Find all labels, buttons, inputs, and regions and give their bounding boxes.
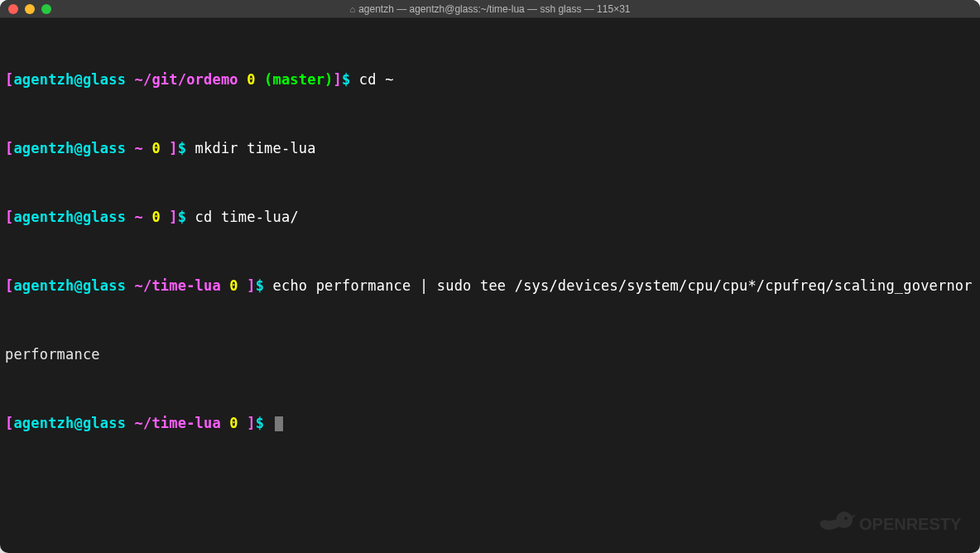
prompt-userhost: agentzh@glass — [13, 277, 126, 294]
svg-point-1 — [844, 517, 848, 520]
prompt-dollar: $ — [256, 277, 264, 294]
prompt-bracket-close: ] — [169, 140, 177, 156]
home-icon: ⌂ — [349, 4, 355, 14]
cursor-icon — [275, 416, 283, 431]
prompt-exit-code: 0 — [247, 71, 255, 88]
prompt-exit-code: 0 — [229, 277, 238, 294]
prompt-userhost: agentzh@glass — [13, 415, 126, 431]
terminal-line: [agentzh@glass ~ 0 ]$ mkdir time-lua — [5, 140, 975, 157]
command-text: cd ~ — [359, 71, 394, 88]
minimize-button[interactable] — [25, 4, 35, 14]
terminal-output: performance — [5, 346, 975, 363]
prompt-userhost: agentzh@glass — [13, 209, 126, 225]
openresty-logo: OPENRESTY — [818, 503, 967, 545]
prompt-path: ~/git/ordemo — [135, 71, 238, 88]
prompt-bracket-open: [ — [5, 71, 13, 88]
terminal-line: [agentzh@glass ~/git/ordemo 0 (master)]$… — [5, 71, 975, 89]
prompt-branch: (master) — [264, 71, 333, 88]
prompt-userhost: agentzh@glass — [13, 71, 126, 88]
maximize-button[interactable] — [41, 4, 51, 14]
command-text: echo performance | sudo tee /sys/devices… — [273, 277, 973, 294]
prompt-dollar: $ — [256, 415, 264, 431]
terminal-line: [agentzh@glass ~/time-lua 0 ]$ echo perf… — [5, 277, 975, 295]
prompt-userhost: agentzh@glass — [13, 140, 126, 156]
prompt-exit-code: 0 — [229, 415, 238, 431]
terminal-body[interactable]: [agentzh@glass ~/git/ordemo 0 (master)]$… — [0, 18, 980, 468]
prompt-dollar: $ — [342, 71, 350, 88]
window-titlebar: ⌂ agentzh — agentzh@glass:~/time-lua — s… — [0, 0, 980, 18]
prompt-exit-code: 0 — [151, 140, 160, 156]
close-button[interactable] — [8, 4, 18, 14]
prompt-bracket-close: ] — [247, 415, 255, 431]
window-title-text: agentzh — agentzh@glass:~/time-lua — ssh… — [358, 3, 630, 15]
prompt-dollar: $ — [178, 140, 186, 156]
prompt-bracket-open: [ — [5, 277, 13, 294]
terminal-window: ⌂ agentzh — agentzh@glass:~/time-lua — s… — [0, 0, 980, 553]
prompt-path: ~/time-lua — [135, 277, 221, 294]
prompt-exit-code: 0 — [151, 209, 160, 225]
command-text: cd time-lua/ — [195, 209, 299, 225]
prompt-path: ~/time-lua — [135, 415, 221, 431]
terminal-line: [agentzh@glass ~ 0 ]$ cd time-lua/ — [5, 209, 975, 226]
prompt-path: ~ — [135, 140, 143, 156]
traffic-lights — [0, 4, 51, 14]
prompt-bracket-close: ] — [334, 71, 342, 88]
prompt-bracket-open: [ — [5, 140, 13, 156]
prompt-bracket-open: [ — [5, 209, 13, 225]
command-text: mkdir time-lua — [195, 140, 316, 156]
prompt-bracket-close: ] — [247, 277, 255, 294]
watermark-text: OPENRESTY — [859, 515, 962, 533]
prompt-dollar: $ — [178, 209, 186, 225]
prompt-bracket-close: ] — [169, 209, 177, 225]
prompt-path: ~ — [135, 209, 143, 225]
terminal-line: [agentzh@glass ~/time-lua 0 ]$ — [5, 415, 975, 432]
svg-point-0 — [836, 512, 853, 528]
window-title: ⌂ agentzh — agentzh@glass:~/time-lua — s… — [0, 3, 980, 15]
prompt-bracket-open: [ — [5, 415, 13, 431]
